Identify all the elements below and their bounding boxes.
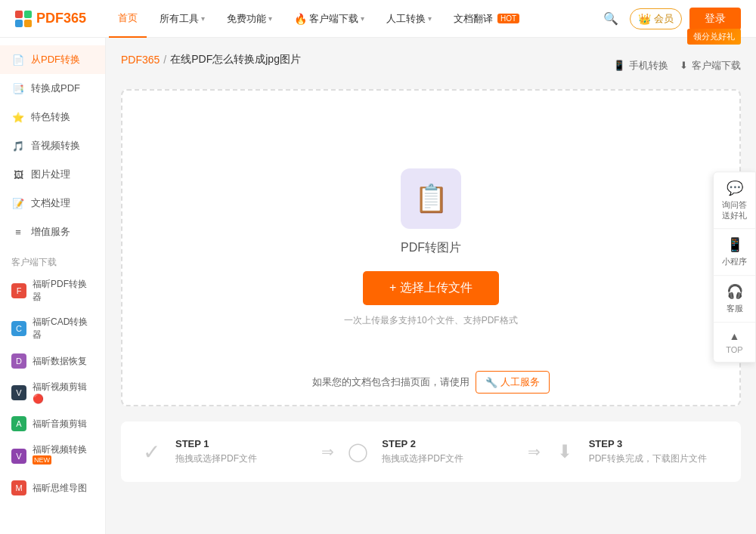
app-pdf-converter[interactable]: F 福昕PDF转换器 bbox=[0, 272, 105, 310]
gift-badge[interactable]: 领分兑好礼 bbox=[687, 29, 741, 45]
app-video-convert-label: 福昕视频转换NEW bbox=[33, 443, 94, 468]
breadcrumb: PDF365 / 在线PDF怎么转换成jpg图片 bbox=[121, 53, 301, 66]
image-icon: 🖼 bbox=[11, 168, 25, 181]
nav-download[interactable]: 🔥 客户端下载 ▾ bbox=[285, 0, 373, 38]
app-data-label: 福昕数据恢复 bbox=[33, 355, 87, 368]
app-audio-edit[interactable]: A 福昕音频剪辑 bbox=[0, 410, 105, 437]
chat-icon: 💬 bbox=[727, 180, 743, 196]
sidebar-item-to-pdf-label: 转换成PDF bbox=[31, 82, 80, 95]
login-button[interactable]: 登录 bbox=[689, 8, 741, 30]
sidebar-item-from-pdf-label: 从PDF转换 bbox=[31, 53, 80, 66]
header: PDF365 首页 所有工具 ▾ 免费功能 ▾ 🔥 客户端下载 ▾ 人工转换 ▾… bbox=[0, 0, 756, 38]
vip-button[interactable]: 👑 会员 bbox=[630, 8, 682, 29]
step3-text: STEP 3 PDF转换完成，下载图片文件 bbox=[589, 438, 707, 465]
human-service-button[interactable]: 🔧 人工服务 bbox=[476, 371, 550, 394]
float-top-label: TOP bbox=[726, 345, 742, 354]
step-2: ◯ STEP 2 拖拽或选择PDF文件 bbox=[342, 437, 519, 467]
layout: 📄 从PDF转换 📑 转换成PDF ⭐ 特色转换 🎵 音视频转换 🖼 图片处理 … bbox=[0, 38, 756, 534]
headset-icon: 🎧 bbox=[727, 283, 743, 300]
app-mind-label: 福昕思维导图 bbox=[33, 482, 87, 495]
app-cad-converter[interactable]: C 福昕CAD转换器 bbox=[0, 310, 105, 347]
top-arrow-icon: ▲ bbox=[730, 330, 740, 342]
breadcrumb-separator: / bbox=[163, 54, 166, 66]
sidebar-item-doc-label: 文档处理 bbox=[31, 196, 70, 210]
step-divider-2: ⇒ bbox=[519, 443, 550, 461]
steps-section: ✓ STEP 1 拖拽或选择PDF文件 ⇒ ◯ STEP 2 拖拽或选择PDF文… bbox=[121, 421, 741, 482]
float-top[interactable]: ▲ TOP bbox=[714, 323, 755, 362]
step-3: ⬇ STEP 3 PDF转换完成，下载图片文件 bbox=[550, 437, 726, 467]
sidebar-item-special[interactable]: ⭐ 特色转换 bbox=[0, 103, 105, 131]
sidebar-item-to-pdf[interactable]: 📑 转换成PDF bbox=[0, 74, 105, 103]
nav-free-arrow: ▾ bbox=[268, 14, 272, 23]
pdf-icon: 📋 bbox=[414, 183, 448, 215]
upload-title: PDF转图片 bbox=[401, 240, 461, 256]
nav-free[interactable]: 免费功能 ▾ bbox=[218, 0, 281, 38]
step3-label: STEP 3 bbox=[589, 438, 707, 449]
app-mind-map[interactable]: M 福昕思维导图 bbox=[0, 474, 105, 502]
nav-translate[interactable]: 文档翻译 HOT bbox=[445, 0, 528, 38]
wrench-icon: 🔧 bbox=[485, 377, 497, 388]
crown-icon: 👑 bbox=[638, 13, 651, 25]
main-nav: 首页 所有工具 ▾ 免费功能 ▾ 🔥 客户端下载 ▾ 人工转换 ▾ 文档翻译 H… bbox=[109, 0, 600, 38]
doc-icon: 📝 bbox=[11, 196, 25, 210]
sidebar-item-av[interactable]: 🎵 音视频转换 bbox=[0, 131, 105, 160]
logo[interactable]: PDF365 bbox=[15, 11, 86, 27]
client-icon: ⬇ bbox=[680, 60, 688, 71]
breadcrumb-row: PDF365 / 在线PDF怎么转换成jpg图片 📱 手机转换 ⬇ 客户端下载 bbox=[121, 53, 741, 78]
mobile-convert-action[interactable]: 📱 手机转换 bbox=[613, 59, 668, 73]
sidebar-item-image[interactable]: 🖼 图片处理 bbox=[0, 160, 105, 189]
sidebar-item-from-pdf[interactable]: 📄 从PDF转换 bbox=[0, 45, 105, 74]
app-audio-label: 福昕音频剪辑 bbox=[33, 418, 87, 431]
nav-all-tools[interactable]: 所有工具 ▾ bbox=[150, 0, 214, 38]
to-pdf-icon: 📑 bbox=[11, 82, 25, 95]
nav-all-tools-arrow: ▾ bbox=[201, 14, 205, 23]
upload-button[interactable]: + 选择上传文件 bbox=[363, 271, 499, 305]
client-download-action[interactable]: ⬇ 客户端下载 bbox=[680, 59, 741, 73]
step3-desc: PDF转换完成，下载图片文件 bbox=[589, 452, 707, 465]
human-service-label: 人工服务 bbox=[500, 375, 540, 389]
vip-label: 会员 bbox=[654, 12, 674, 26]
app-pdf-icon: F bbox=[11, 283, 26, 298]
nav-download-arrow: ▾ bbox=[361, 14, 364, 23]
app-video-edit[interactable]: V 福昕视频剪辑🔴 bbox=[0, 375, 105, 410]
logo-text: PDF365 bbox=[36, 11, 86, 26]
app-data-recovery[interactable]: D 福昕数据恢复 bbox=[0, 347, 105, 375]
breadcrumb-root[interactable]: PDF365 bbox=[121, 54, 160, 66]
apps-section-label: 客户端下载 bbox=[0, 250, 105, 272]
sidebar: 📄 从PDF转换 📑 转换成PDF ⭐ 特色转换 🎵 音视频转换 🖼 图片处理 … bbox=[0, 38, 106, 534]
upload-area[interactable]: 📋 PDF转图片 + 选择上传文件 一次上传最多支持10个文件、支持PDF格式 … bbox=[121, 89, 741, 406]
sidebar-item-av-label: 音视频转换 bbox=[31, 139, 80, 153]
app-data-icon: D bbox=[11, 353, 26, 369]
step1-text: STEP 1 拖拽或选择PDF文件 bbox=[175, 438, 257, 465]
mobile-icon: 📱 bbox=[613, 60, 625, 71]
client-download-label: 客户端下载 bbox=[692, 59, 741, 73]
step1-label: STEP 1 bbox=[175, 438, 257, 449]
float-qa[interactable]: 💬 询问答送好礼 bbox=[714, 172, 755, 230]
step2-desc: 拖拽或选择PDF文件 bbox=[382, 452, 463, 465]
app-cad-icon: C bbox=[11, 321, 26, 336]
float-miniapp-label: 小程序 bbox=[722, 256, 747, 267]
upload-icon-wrapper: 📋 bbox=[401, 168, 461, 229]
human-service-bar: 如果您的文档包含扫描页面，请使用 🔧 人工服务 bbox=[312, 371, 550, 394]
nav-fire-icon: 🔥 bbox=[294, 13, 307, 25]
main-content: PDF365 / 在线PDF怎么转换成jpg图片 📱 手机转换 ⬇ 客户端下载 … bbox=[106, 38, 756, 534]
step2-icon: ◯ bbox=[342, 437, 373, 467]
miniapp-icon: 📱 bbox=[727, 236, 743, 253]
sidebar-item-special-label: 特色转换 bbox=[31, 110, 70, 124]
step2-label: STEP 2 bbox=[382, 438, 463, 449]
search-button[interactable]: 🔍 bbox=[600, 8, 622, 30]
sidebar-item-doc[interactable]: 📝 文档处理 bbox=[0, 189, 105, 218]
nav-hot-badge: HOT bbox=[497, 14, 519, 23]
float-service-label: 客服 bbox=[727, 303, 743, 314]
app-mind-icon: M bbox=[11, 480, 26, 495]
logo-squares bbox=[15, 11, 32, 27]
app-video-convert[interactable]: V 福昕视频转换NEW bbox=[0, 437, 105, 474]
app-video-edit-icon: V bbox=[11, 385, 26, 400]
float-service[interactable]: 🎧 客服 bbox=[714, 276, 755, 323]
float-miniapp[interactable]: 📱 小程序 bbox=[714, 229, 755, 276]
app-cad-label: 福昕CAD转换器 bbox=[33, 316, 94, 341]
nav-manual[interactable]: 人工转换 ▾ bbox=[377, 0, 441, 38]
nav-home[interactable]: 首页 bbox=[109, 0, 147, 38]
sidebar-item-value[interactable]: ≡ 增值服务 bbox=[0, 218, 105, 246]
step1-desc: 拖拽或选择PDF文件 bbox=[175, 452, 257, 465]
